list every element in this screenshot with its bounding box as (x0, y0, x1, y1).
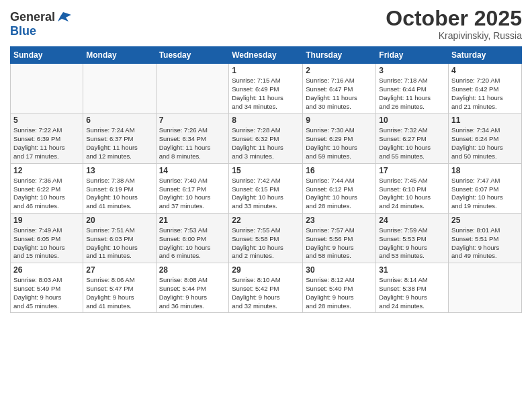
day-number: 21 (159, 216, 226, 225)
day-info: Sunrise: 7:24 AM Sunset: 6:37 PM Dayligh… (86, 126, 152, 161)
calendar-day-24: 24Sunrise: 7:59 AM Sunset: 5:53 PM Dayli… (376, 213, 449, 263)
day-number: 15 (232, 166, 300, 175)
page-header: General Blue October 2025 Krapivinskiy, … (10, 7, 522, 41)
day-info: Sunrise: 8:08 AM Sunset: 5:44 PM Dayligh… (159, 276, 226, 310)
day-info: Sunrise: 7:40 AM Sunset: 6:17 PM Dayligh… (159, 177, 226, 211)
day-info: Sunrise: 7:34 AM Sunset: 6:24 PM Dayligh… (451, 126, 519, 161)
day-number: 12 (13, 166, 80, 175)
svg-marker-0 (58, 12, 71, 21)
day-number: 17 (379, 166, 445, 175)
day-number: 26 (13, 265, 80, 275)
page-container: General Blue October 2025 Krapivinskiy, … (0, 0, 532, 320)
day-number: 5 (13, 116, 80, 125)
calendar-day-3: 3Sunrise: 7:18 AM Sunset: 6:44 PM Daylig… (376, 64, 449, 113)
day-number: 28 (159, 265, 226, 275)
calendar-day-19: 19Sunrise: 7:49 AM Sunset: 6:05 PM Dayli… (11, 213, 83, 263)
day-info: Sunrise: 8:12 AM Sunset: 5:40 PM Dayligh… (306, 276, 373, 310)
weekday-header-wednesday: Wednesday (229, 47, 303, 64)
calendar-day-17: 17Sunrise: 7:45 AM Sunset: 6:10 PM Dayli… (376, 163, 449, 213)
calendar-empty-cell (11, 64, 83, 113)
day-info: Sunrise: 7:47 AM Sunset: 6:07 PM Dayligh… (451, 177, 519, 211)
calendar-empty-cell (83, 64, 156, 113)
day-number: 25 (451, 216, 519, 225)
day-number: 4 (451, 66, 519, 75)
day-info: Sunrise: 7:30 AM Sunset: 6:29 PM Dayligh… (306, 126, 373, 161)
day-info: Sunrise: 7:20 AM Sunset: 6:42 PM Dayligh… (451, 77, 519, 111)
calendar-day-5: 5Sunrise: 7:22 AM Sunset: 6:39 PM Daylig… (11, 113, 83, 163)
day-info: Sunrise: 7:42 AM Sunset: 6:15 PM Dayligh… (232, 177, 300, 211)
day-info: Sunrise: 7:44 AM Sunset: 6:12 PM Dayligh… (306, 177, 373, 211)
day-info: Sunrise: 7:26 AM Sunset: 6:34 PM Dayligh… (159, 126, 226, 161)
calendar-day-23: 23Sunrise: 7:57 AM Sunset: 5:56 PM Dayli… (303, 213, 376, 263)
day-info: Sunrise: 7:49 AM Sunset: 6:05 PM Dayligh… (13, 226, 80, 261)
calendar-day-18: 18Sunrise: 7:47 AM Sunset: 6:07 PM Dayli… (449, 163, 522, 213)
day-number: 2 (306, 66, 373, 75)
day-number: 6 (86, 116, 152, 125)
day-number: 30 (306, 265, 373, 275)
calendar-day-1: 1Sunrise: 7:15 AM Sunset: 6:49 PM Daylig… (229, 64, 303, 113)
calendar-day-14: 14Sunrise: 7:40 AM Sunset: 6:17 PM Dayli… (156, 163, 229, 213)
day-number: 20 (86, 216, 152, 225)
calendar-day-22: 22Sunrise: 7:55 AM Sunset: 5:58 PM Dayli… (229, 213, 303, 263)
day-info: Sunrise: 7:18 AM Sunset: 6:44 PM Dayligh… (379, 77, 445, 111)
day-number: 18 (451, 166, 519, 175)
calendar-day-10: 10Sunrise: 7:32 AM Sunset: 6:27 PM Dayli… (376, 113, 449, 163)
day-info: Sunrise: 8:06 AM Sunset: 5:47 PM Dayligh… (86, 276, 152, 310)
day-info: Sunrise: 8:01 AM Sunset: 5:51 PM Dayligh… (451, 226, 519, 261)
calendar-day-30: 30Sunrise: 8:12 AM Sunset: 5:40 PM Dayli… (303, 263, 376, 313)
calendar-day-15: 15Sunrise: 7:42 AM Sunset: 6:15 PM Dayli… (229, 163, 303, 213)
day-info: Sunrise: 8:03 AM Sunset: 5:49 PM Dayligh… (13, 276, 80, 310)
calendar-day-27: 27Sunrise: 8:06 AM Sunset: 5:47 PM Dayli… (83, 263, 156, 313)
weekday-header-friday: Friday (376, 47, 449, 64)
day-number: 11 (451, 116, 519, 125)
day-info: Sunrise: 7:15 AM Sunset: 6:49 PM Dayligh… (232, 77, 300, 111)
calendar-week-row: 5Sunrise: 7:22 AM Sunset: 6:39 PM Daylig… (11, 113, 522, 163)
day-number: 8 (232, 116, 300, 125)
logo-blue-text: Blue (10, 24, 71, 38)
calendar-week-row: 12Sunrise: 7:36 AM Sunset: 6:22 PM Dayli… (11, 163, 522, 213)
day-number: 13 (86, 166, 152, 175)
calendar-day-6: 6Sunrise: 7:24 AM Sunset: 6:37 PM Daylig… (83, 113, 156, 163)
calendar-day-12: 12Sunrise: 7:36 AM Sunset: 6:22 PM Dayli… (11, 163, 83, 213)
logo-bird-icon (56, 9, 71, 24)
calendar-day-7: 7Sunrise: 7:26 AM Sunset: 6:34 PM Daylig… (156, 113, 229, 163)
calendar-day-31: 31Sunrise: 8:14 AM Sunset: 5:38 PM Dayli… (376, 263, 449, 313)
day-number: 24 (379, 216, 445, 225)
calendar-day-25: 25Sunrise: 8:01 AM Sunset: 5:51 PM Dayli… (449, 213, 522, 263)
day-number: 27 (86, 265, 152, 275)
day-info: Sunrise: 7:28 AM Sunset: 6:32 PM Dayligh… (232, 126, 300, 161)
day-number: 9 (306, 116, 373, 125)
day-number: 22 (232, 216, 300, 225)
calendar-day-21: 21Sunrise: 7:53 AM Sunset: 6:00 PM Dayli… (156, 213, 229, 263)
day-info: Sunrise: 8:10 AM Sunset: 5:42 PM Dayligh… (232, 276, 300, 310)
weekday-header-saturday: Saturday (449, 47, 522, 64)
weekday-header-monday: Monday (83, 47, 156, 64)
weekday-header-tuesday: Tuesday (156, 47, 229, 64)
weekday-header-sunday: Sunday (11, 47, 83, 64)
weekday-header-thursday: Thursday (303, 47, 376, 64)
calendar-week-row: 19Sunrise: 7:49 AM Sunset: 6:05 PM Dayli… (11, 213, 522, 263)
day-number: 31 (379, 265, 445, 275)
calendar-week-row: 1Sunrise: 7:15 AM Sunset: 6:49 PM Daylig… (11, 64, 522, 113)
calendar-day-9: 9Sunrise: 7:30 AM Sunset: 6:29 PM Daylig… (303, 113, 376, 163)
day-number: 19 (13, 216, 80, 225)
calendar-day-13: 13Sunrise: 7:38 AM Sunset: 6:19 PM Dayli… (83, 163, 156, 213)
logo-general-text: General (10, 10, 55, 24)
day-info: Sunrise: 7:51 AM Sunset: 6:03 PM Dayligh… (86, 226, 152, 261)
day-info: Sunrise: 7:22 AM Sunset: 6:39 PM Dayligh… (13, 126, 80, 161)
calendar-day-16: 16Sunrise: 7:44 AM Sunset: 6:12 PM Dayli… (303, 163, 376, 213)
day-info: Sunrise: 7:57 AM Sunset: 5:56 PM Dayligh… (306, 226, 373, 261)
calendar-day-2: 2Sunrise: 7:16 AM Sunset: 6:47 PM Daylig… (303, 64, 376, 113)
weekday-header-row: SundayMondayTuesdayWednesdayThursdayFrid… (11, 47, 522, 64)
day-info: Sunrise: 7:53 AM Sunset: 6:00 PM Dayligh… (159, 226, 226, 261)
calendar-empty-cell (449, 263, 522, 313)
calendar-day-20: 20Sunrise: 7:51 AM Sunset: 6:03 PM Dayli… (83, 213, 156, 263)
title-block: October 2025 Krapivinskiy, Russia (386, 7, 522, 41)
location: Krapivinskiy, Russia (386, 30, 522, 41)
calendar-day-11: 11Sunrise: 7:34 AM Sunset: 6:24 PM Dayli… (449, 113, 522, 163)
calendar-day-28: 28Sunrise: 8:08 AM Sunset: 5:44 PM Dayli… (156, 263, 229, 313)
calendar-day-8: 8Sunrise: 7:28 AM Sunset: 6:32 PM Daylig… (229, 113, 303, 163)
day-info: Sunrise: 8:14 AM Sunset: 5:38 PM Dayligh… (379, 276, 445, 310)
calendar-empty-cell (156, 64, 229, 113)
day-info: Sunrise: 7:45 AM Sunset: 6:10 PM Dayligh… (379, 177, 445, 211)
